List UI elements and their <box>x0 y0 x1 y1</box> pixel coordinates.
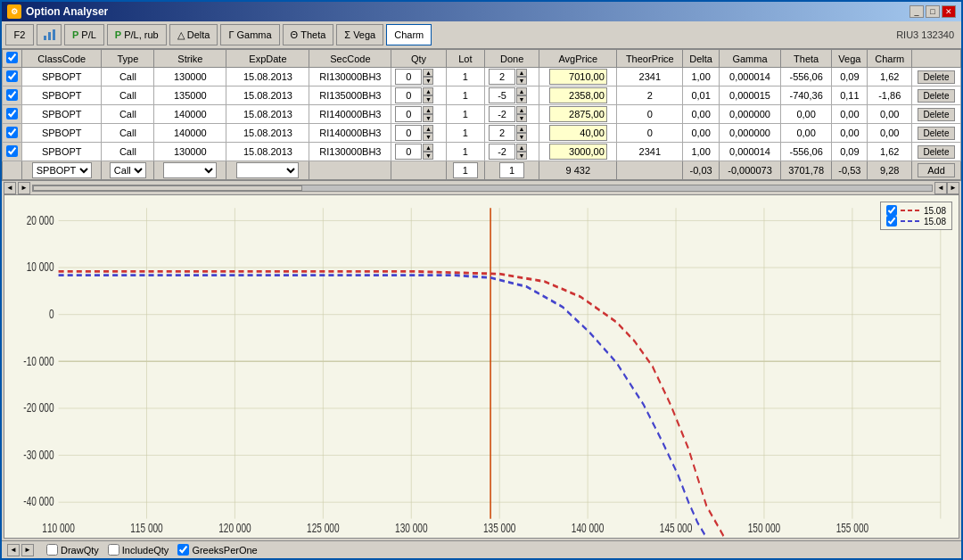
row-checkbox-0[interactable] <box>6 70 18 82</box>
select-all-checkbox[interactable] <box>6 52 18 63</box>
row-qty[interactable]: ▲ ▼ <box>391 124 446 143</box>
qty-up-3[interactable]: ▲ <box>423 125 433 133</box>
delete-row-button-2[interactable]: Delete <box>918 108 956 121</box>
qty-up-2[interactable]: ▲ <box>423 106 433 114</box>
qty-up-1[interactable]: ▲ <box>423 87 433 95</box>
row-done[interactable]: ▲ ▼ <box>485 124 539 143</box>
row-done[interactable]: ▲ ▼ <box>485 143 539 161</box>
qty-input-3[interactable] <box>395 125 422 141</box>
done-down-4[interactable]: ▼ <box>516 152 527 160</box>
chart-container: 20 000 10 000 0 -10 000 -20 000 -30 000 … <box>4 194 959 539</box>
row-qty[interactable]: ▲ ▼ <box>391 68 446 86</box>
draw-qty-checkbox[interactable] <box>46 544 58 556</box>
pl-rub-button[interactable]: P P/L, rub <box>107 24 167 45</box>
chart-legend: 15.08 15.08 <box>880 202 952 230</box>
add-lot2-input[interactable]: 1 <box>499 162 524 178</box>
add-lot1-input[interactable]: 1 <box>453 162 478 178</box>
add-classcode-select[interactable]: SPBOPT <box>32 162 92 178</box>
add-type-select[interactable]: Call Put <box>110 162 146 178</box>
scroll-right-end-button[interactable]: ◄ <box>934 182 947 194</box>
qty-input-0[interactable] <box>395 69 422 85</box>
charm-button[interactable]: Charm <box>386 24 432 45</box>
done-input-4[interactable] <box>489 144 515 160</box>
row-delete-cell: Delete <box>912 143 961 161</box>
row-checkbox-1[interactable] <box>6 89 18 101</box>
avgprice-input-1[interactable] <box>549 87 607 103</box>
done-down-3[interactable]: ▼ <box>516 133 527 141</box>
row-checkbox-4[interactable] <box>6 145 18 157</box>
greeks-per-one-checkbox[interactable] <box>177 544 189 556</box>
qty-up-4[interactable]: ▲ <box>423 144 433 152</box>
svg-text:145 000: 145 000 <box>660 522 693 536</box>
scroll-right-button[interactable]: ► <box>18 182 30 194</box>
done-input-0[interactable] <box>489 69 515 85</box>
delete-row-button-4[interactable]: Delete <box>918 145 956 159</box>
delta-button[interactable]: △ Delta <box>169 24 218 45</box>
add-expdate-select[interactable] <box>236 162 299 178</box>
icon-button[interactable] <box>37 24 62 45</box>
include-qty-checkbox[interactable] <box>108 544 119 556</box>
done-up-0[interactable]: ▲ <box>516 69 527 77</box>
done-input-1[interactable] <box>489 87 515 103</box>
close-button[interactable]: ✕ <box>942 5 956 18</box>
done-down-2[interactable]: ▼ <box>516 114 527 122</box>
row-done[interactable]: ▲ ▼ <box>485 68 539 86</box>
vega-button[interactable]: Σ Vega <box>336 24 383 45</box>
row-qty[interactable]: ▲ ▼ <box>391 105 446 124</box>
svg-text:115 000: 115 000 <box>130 522 163 536</box>
toolbar: F2 P P/L P P/L, rub △ Delta Γ Gamma Θ Th… <box>2 21 961 49</box>
legend-check-1[interactable] <box>886 205 897 216</box>
f2-button[interactable]: F2 <box>5 24 34 45</box>
qty-down-0[interactable]: ▼ <box>423 77 433 85</box>
row-done[interactable]: ▲ ▼ <box>485 105 539 124</box>
done-up-2[interactable]: ▲ <box>516 106 527 114</box>
done-down-1[interactable]: ▼ <box>516 95 527 103</box>
delete-row-button-0[interactable]: Delete <box>918 70 956 84</box>
done-up-3[interactable]: ▲ <box>516 125 527 133</box>
done-up-1[interactable]: ▲ <box>516 87 527 95</box>
scroll-left-end-button[interactable]: ► <box>947 182 959 194</box>
avgprice-input-3[interactable] <box>549 125 607 141</box>
done-down-0[interactable]: ▼ <box>516 77 527 85</box>
row-checkbox-2[interactable] <box>6 108 18 119</box>
row-checkbox-3[interactable] <box>6 127 18 138</box>
nav-left-button[interactable]: ◄ <box>7 544 20 556</box>
qty-down-3[interactable]: ▼ <box>423 133 433 141</box>
avgprice-input-0[interactable] <box>549 69 607 85</box>
row-qty[interactable]: ▲ ▼ <box>391 143 446 161</box>
qty-input-1[interactable] <box>395 87 422 103</box>
svg-text:10 000: 10 000 <box>27 260 54 275</box>
delete-row-button-1[interactable]: Delete <box>918 89 956 103</box>
theta-icon: Θ <box>291 29 299 40</box>
legend-check-2[interactable] <box>886 216 897 226</box>
pl-button[interactable]: P P/L <box>64 24 104 45</box>
avgprice-input-2[interactable] <box>549 106 607 122</box>
qty-input-2[interactable] <box>395 106 422 122</box>
col-gamma: Gamma <box>720 50 781 68</box>
done-input-3[interactable] <box>489 125 515 141</box>
qty-down-1[interactable]: ▼ <box>423 95 433 103</box>
scroll-left-button[interactable]: ◄ <box>4 182 16 194</box>
add-strike-select[interactable] <box>163 162 217 178</box>
add-delta-cell: -0,03 <box>683 161 720 180</box>
maximize-button[interactable]: □ <box>926 5 940 18</box>
add-position-button[interactable]: Add <box>918 163 955 177</box>
minimize-button[interactable]: _ <box>910 5 924 18</box>
scroll-track[interactable] <box>32 185 933 192</box>
delete-row-button-3[interactable]: Delete <box>918 127 956 140</box>
row-type: Call <box>102 86 154 105</box>
done-up-4[interactable]: ▲ <box>516 144 527 152</box>
done-input-2[interactable] <box>489 106 515 122</box>
qty-input-4[interactable] <box>395 144 422 160</box>
theta-button[interactable]: Θ Theta <box>283 24 334 45</box>
nav-right-button[interactable]: ► <box>21 544 34 556</box>
row-qty[interactable]: ▲ ▼ <box>391 86 446 105</box>
gamma-button[interactable]: Γ Gamma <box>220 24 279 45</box>
svg-text:-40 000: -40 000 <box>23 495 54 509</box>
qty-down-4[interactable]: ▼ <box>423 152 433 160</box>
gamma-icon: Γ <box>228 29 234 40</box>
qty-down-2[interactable]: ▼ <box>423 114 433 122</box>
row-done[interactable]: ▲ ▼ <box>485 86 539 105</box>
avgprice-input-4[interactable] <box>549 144 607 160</box>
qty-up-0[interactable]: ▲ <box>423 69 433 77</box>
